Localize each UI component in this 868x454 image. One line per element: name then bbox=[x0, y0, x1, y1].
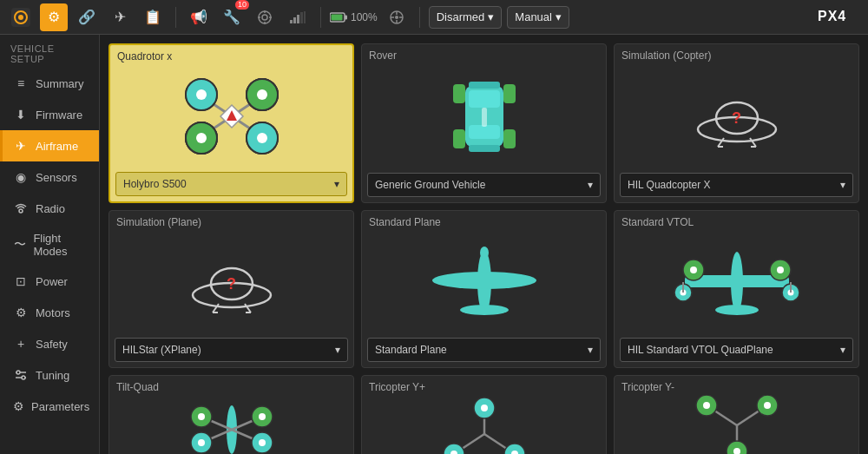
svg-point-27 bbox=[16, 371, 20, 374]
dropdown-std-plane[interactable]: Standard Plane ▾ bbox=[367, 338, 601, 362]
svg-point-3 bbox=[259, 11, 271, 23]
sidebar-label-safety: Safety bbox=[36, 338, 68, 351]
sidebar-item-tuning[interactable]: Tuning bbox=[0, 359, 99, 391]
firmware-icon: ⬇ bbox=[13, 107, 29, 122]
svg-rect-13 bbox=[304, 11, 306, 23]
card-title-tricopter-yplus: Tricopter Y+ bbox=[362, 376, 606, 395]
gps-lock-icon[interactable] bbox=[383, 3, 411, 31]
vehicle-card-sim-copter[interactable]: Simulation (Copter) ? bbox=[614, 43, 859, 203]
separator-3 bbox=[419, 7, 420, 28]
sidebar-item-summary[interactable]: ≡ Summary bbox=[0, 68, 99, 99]
svg-point-82 bbox=[480, 247, 489, 259]
card-image-quadrotor bbox=[110, 64, 352, 168]
svg-point-47 bbox=[196, 89, 207, 100]
separator-2 bbox=[320, 7, 321, 28]
vehicle-card-tricopter-yminus[interactable]: Tricopter Y- Select... bbox=[614, 375, 859, 454]
vehicle-card-rover[interactable]: Rover bbox=[361, 43, 607, 203]
signal-icon[interactable] bbox=[284, 3, 312, 31]
sidebar-item-airframe[interactable]: ✈ Airframe bbox=[0, 130, 99, 161]
dropdown-chevron-sim-copter: ▾ bbox=[840, 179, 845, 191]
sidebar-item-firmware[interactable]: ⬇ Firmware bbox=[0, 99, 99, 130]
send-icon[interactable]: ✈ bbox=[106, 3, 134, 31]
summary-icon: ≡ bbox=[13, 76, 29, 91]
plan-icon[interactable]: 📋 bbox=[139, 3, 167, 31]
vehicle-card-sim-plane[interactable]: Simulation (Plane) ? HILStar (XPlane) bbox=[108, 210, 354, 368]
vehicle-card-std-vtol[interactable]: Standard VTOL bbox=[614, 210, 859, 368]
toolbar-badge-container: 🔧 10 bbox=[218, 3, 246, 31]
svg-rect-12 bbox=[300, 12, 303, 23]
svg-rect-58 bbox=[469, 82, 500, 89]
card-image-tricopter-yminus bbox=[615, 395, 858, 454]
svg-point-24 bbox=[19, 209, 23, 213]
main-layout: Vehicle Setup ≡ Summary ⬇ Firmware ✈ Air… bbox=[0, 35, 868, 454]
svg-text:?: ? bbox=[732, 109, 741, 127]
tools-badge: 10 bbox=[235, 0, 249, 10]
svg-rect-59 bbox=[469, 145, 500, 152]
dropdown-quadrotor[interactable]: Holybro S500 ▾ bbox=[115, 172, 347, 196]
sidebar-item-motors[interactable]: ⚙ Motors bbox=[0, 297, 99, 328]
battery-status: 100% bbox=[330, 11, 378, 23]
svg-rect-56 bbox=[469, 90, 500, 108]
vehicle-card-std-plane[interactable]: Standard Plane Standard Pl bbox=[361, 210, 607, 368]
toolbar: ⚙ 🔗 ✈ 📋 📢 🔧 10 bbox=[0, 0, 868, 35]
svg-rect-60 bbox=[453, 84, 465, 103]
svg-point-51 bbox=[257, 89, 267, 100]
radio-icon bbox=[13, 201, 29, 216]
svg-point-89 bbox=[777, 266, 784, 273]
card-title-rover: Rover bbox=[362, 44, 606, 63]
dropdown-chevron-std-vtol: ▾ bbox=[840, 344, 845, 356]
svg-rect-64 bbox=[482, 108, 487, 127]
sidebar: Vehicle Setup ≡ Summary ⬇ Firmware ✈ Air… bbox=[0, 35, 100, 454]
svg-point-108 bbox=[259, 439, 266, 446]
armed-chevron: ▾ bbox=[488, 10, 494, 23]
card-image-std-plane bbox=[362, 230, 606, 334]
vehicle-card-tilt-quad[interactable]: Tilt-Quad bbox=[108, 375, 354, 454]
safety-icon: + bbox=[13, 336, 29, 352]
dropdown-rover[interactable]: Generic Ground Vehicle ▾ bbox=[367, 173, 601, 197]
sidebar-item-power[interactable]: ⊡ Power bbox=[0, 266, 99, 297]
sidebar-item-safety[interactable]: + Safety bbox=[0, 328, 99, 359]
dropdown-sim-plane[interactable]: HILStar (XPlane) ▾ bbox=[115, 338, 348, 362]
svg-point-80 bbox=[432, 272, 536, 289]
sidebar-item-parameters[interactable]: ⚙ Parameters bbox=[0, 391, 99, 422]
card-title-tricopter-yminus: Tricopter Y- bbox=[615, 376, 858, 395]
sidebar-item-sensors[interactable]: ◉ Sensors bbox=[0, 161, 99, 193]
sidebar-item-radio[interactable]: Radio bbox=[0, 193, 99, 224]
card-title-sim-plane: Simulation (Plane) bbox=[109, 211, 353, 230]
app-icon[interactable] bbox=[7, 3, 35, 31]
dropdown-sim-copter[interactable]: HIL Quadcopter X ▾ bbox=[620, 173, 853, 197]
svg-rect-9 bbox=[290, 20, 293, 23]
svg-point-125 bbox=[703, 402, 710, 409]
svg-point-18 bbox=[395, 16, 398, 19]
svg-point-105 bbox=[198, 413, 205, 420]
sidebar-label-tuning: Tuning bbox=[36, 369, 69, 382]
mode-dropdown[interactable]: Manual ▾ bbox=[507, 6, 569, 29]
sidebar-item-flight-modes[interactable]: 〜 Flight Modes bbox=[0, 224, 99, 266]
sidebar-label-radio: Radio bbox=[36, 202, 65, 215]
card-image-tricopter-yplus bbox=[362, 395, 606, 454]
card-image-rover bbox=[362, 63, 606, 169]
svg-point-81 bbox=[460, 305, 509, 315]
gps-icon[interactable] bbox=[251, 3, 279, 31]
px4-logo: PX4 bbox=[818, 6, 861, 28]
svg-rect-57 bbox=[469, 125, 500, 139]
messages-icon[interactable]: 📢 bbox=[185, 3, 213, 31]
connection-icon[interactable]: 🔗 bbox=[73, 3, 101, 31]
settings-icon[interactable]: ⚙ bbox=[40, 3, 68, 31]
vehicle-card-tricopter-yplus[interactable]: Tricopter Y+ Select... bbox=[361, 375, 607, 454]
svg-point-115 bbox=[481, 405, 488, 411]
armed-dropdown[interactable]: Disarmed ▾ bbox=[429, 6, 503, 29]
card-title-std-plane: Standard Plane bbox=[362, 211, 606, 230]
svg-rect-10 bbox=[293, 17, 296, 23]
sensors-icon: ◉ bbox=[13, 169, 29, 185]
svg-point-48 bbox=[257, 133, 267, 143]
vehicle-card-quadrotor[interactable]: Quadrotor x bbox=[108, 43, 354, 203]
dropdown-std-vtol[interactable]: HIL Standard VTOL QuadPlane ▾ bbox=[620, 338, 853, 362]
card-image-std-vtol bbox=[615, 230, 858, 334]
svg-rect-62 bbox=[453, 129, 465, 148]
svg-rect-16 bbox=[332, 14, 343, 20]
tuning-icon bbox=[13, 367, 29, 383]
dropdown-chevron-rover: ▾ bbox=[588, 179, 593, 191]
card-image-tilt-quad bbox=[109, 395, 353, 454]
parameters-icon: ⚙ bbox=[13, 398, 24, 414]
